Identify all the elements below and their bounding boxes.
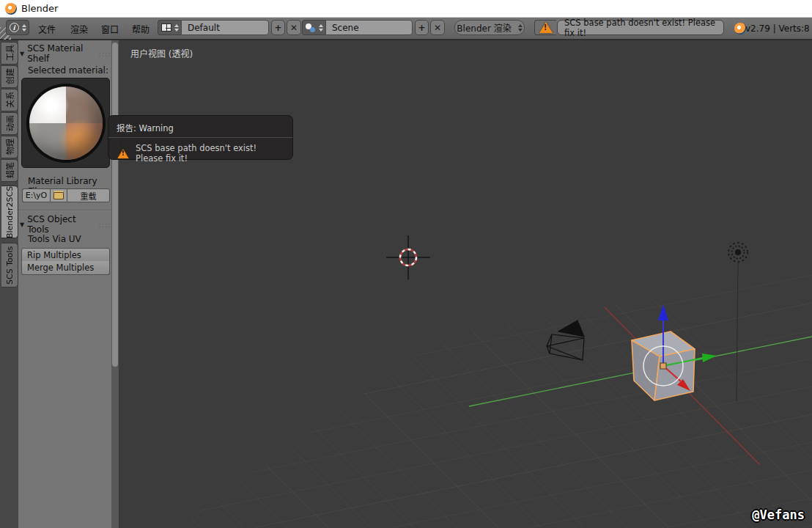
close-layout-button[interactable]: ✕	[287, 20, 301, 35]
menu-render[interactable]: 渲染	[70, 23, 88, 35]
collapse-arrow-icon: ▼	[20, 51, 24, 57]
tool-shelf-panel: ▼ SCS Material Shelf :::: Selected mater…	[18, 40, 111, 528]
render-engine-dropdown[interactable]: Blender 渲染	[454, 20, 525, 35]
browse-folder-button[interactable]	[50, 188, 67, 202]
library-path-field[interactable]: E:\yO	[22, 188, 50, 202]
tooltip-message: SCS base path doesn't exist! Please fix …	[136, 143, 284, 164]
tool-shelf-tabs: 工具 创建 关系 动画 物理 蜡笔 Blender2SCS SCS Tools	[0, 40, 18, 528]
tab-animation[interactable]: 动画	[1, 112, 18, 135]
screen-layout-field[interactable]: Default	[181, 20, 269, 35]
drag-dots: ::::	[99, 221, 111, 229]
3d-cursor	[386, 235, 430, 279]
library-file-row: E:\yO 重载	[22, 188, 110, 202]
header-warning-icon-button[interactable]: !	[534, 20, 556, 35]
add-layout-button[interactable]: +	[271, 20, 285, 35]
stepper-icon	[22, 24, 26, 32]
warning-icon: !	[117, 149, 128, 158]
rip-multiples-button[interactable]: Rip Multiples	[21, 248, 110, 262]
scene-icon	[305, 23, 316, 32]
stepper-icon	[174, 24, 179, 32]
close-scene-button[interactable]: ✕	[430, 20, 445, 35]
watermark: @Vefans	[752, 507, 805, 522]
view-mode-label: 用户视图 (透视)	[130, 47, 193, 59]
scene-field[interactable]: Scene	[325, 20, 413, 35]
panel-title: SCS Material Shelf	[27, 43, 95, 64]
menu-window[interactable]: 窗口	[101, 23, 119, 35]
blender-window: Blender i 文件 渲染 窗口 帮助 Default + ✕ Scene …	[0, 0, 812, 528]
tab-scs-tools[interactable]: SCS Tools	[1, 243, 18, 287]
drag-dots: ::::	[99, 50, 111, 58]
editor-type-button[interactable]: i	[6, 20, 29, 35]
tab-physics[interactable]: 物理	[1, 136, 18, 158]
stepper-icon	[319, 24, 323, 32]
scene-icon-button[interactable]	[302, 20, 325, 35]
warning-icon: !	[539, 22, 553, 33]
info-header-bar: i 文件 渲染 窗口 帮助 Default + ✕ Scene + ✕ Blen…	[0, 18, 812, 40]
header-warning-message[interactable]: SCS base path doesn't exist! Please fix …	[557, 20, 724, 35]
tab-grease-pencil[interactable]: 蜡笔	[1, 159, 18, 182]
menu-file[interactable]: 文件	[38, 23, 56, 35]
tab-create[interactable]: 创建	[1, 65, 18, 88]
tab-relations[interactable]: 关系	[1, 89, 18, 111]
collapse-arrow-icon: ▼	[20, 221, 24, 228]
folder-icon	[53, 192, 64, 199]
add-scene-button[interactable]: +	[415, 20, 429, 35]
panel-header-object-tools[interactable]: ▼ SCS Object Tools ::::	[20, 214, 111, 235]
merge-multiples-button[interactable]: Merge Multiples	[21, 261, 110, 275]
stepper-icon	[518, 24, 523, 32]
uv-tools-label: Tools Via UV	[28, 234, 81, 244]
tab-tools[interactable]: 工具	[1, 42, 18, 65]
warning-tooltip: 报告: Warning ! SCS base path doesn't exis…	[108, 115, 293, 160]
viewport-3d[interactable]: 用户视图 (透视) @Vefans	[119, 40, 812, 528]
scrollbar-thumb[interactable]	[112, 43, 118, 367]
material-preview[interactable]	[21, 78, 110, 168]
screen-layout-icon	[161, 23, 171, 32]
panel-header-material[interactable]: ▼ SCS Material Shelf ::::	[20, 43, 111, 64]
blender-logo-icon[interactable]	[734, 23, 746, 34]
panel-divider	[18, 210, 111, 211]
blender-logo-icon	[5, 3, 17, 15]
title-bar: Blender	[0, 0, 812, 18]
menu-help[interactable]: 帮助	[132, 23, 150, 35]
scene-stats: v2.79 | Verts:8 | F	[745, 23, 812, 34]
shelf-scrollbar[interactable]	[111, 40, 119, 528]
screen-layout-icon-button[interactable]	[158, 20, 181, 35]
material-preview-sphere	[29, 87, 103, 160]
tab-blender2scs[interactable]: Blender2SCS	[1, 186, 18, 238]
window-title: Blender	[21, 3, 58, 14]
panel-title: SCS Object Tools	[27, 214, 95, 235]
tooltip-title: 报告: Warning	[108, 116, 292, 137]
reload-button[interactable]: 重载	[67, 188, 110, 202]
info-editor-icon: i	[10, 23, 19, 32]
render-engine-value: Blender 渲染	[457, 21, 511, 34]
viewport-canvas[interactable]	[119, 40, 812, 528]
selected-material-label: Selected material:	[28, 65, 108, 76]
